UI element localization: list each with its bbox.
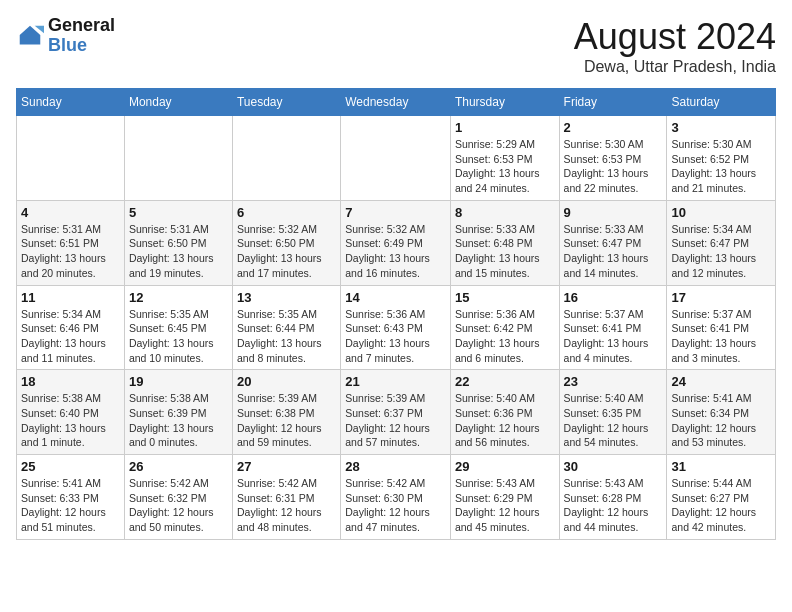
day-number: 26 xyxy=(129,459,228,474)
day-cell: 24Sunrise: 5:41 AM Sunset: 6:34 PM Dayli… xyxy=(667,370,776,455)
day-cell xyxy=(124,116,232,201)
day-info: Sunrise: 5:31 AM Sunset: 6:50 PM Dayligh… xyxy=(129,222,228,281)
day-cell: 4Sunrise: 5:31 AM Sunset: 6:51 PM Daylig… xyxy=(17,200,125,285)
logo-blue: Blue xyxy=(48,36,115,56)
day-number: 25 xyxy=(21,459,120,474)
day-number: 7 xyxy=(345,205,446,220)
day-number: 9 xyxy=(564,205,663,220)
day-cell: 9Sunrise: 5:33 AM Sunset: 6:47 PM Daylig… xyxy=(559,200,667,285)
day-cell: 3Sunrise: 5:30 AM Sunset: 6:52 PM Daylig… xyxy=(667,116,776,201)
day-info: Sunrise: 5:43 AM Sunset: 6:28 PM Dayligh… xyxy=(564,476,663,535)
day-info: Sunrise: 5:39 AM Sunset: 6:38 PM Dayligh… xyxy=(237,391,336,450)
day-cell: 11Sunrise: 5:34 AM Sunset: 6:46 PM Dayli… xyxy=(17,285,125,370)
calendar-header-row: SundayMondayTuesdayWednesdayThursdayFrid… xyxy=(17,89,776,116)
day-number: 24 xyxy=(671,374,771,389)
day-cell: 2Sunrise: 5:30 AM Sunset: 6:53 PM Daylig… xyxy=(559,116,667,201)
day-cell xyxy=(341,116,451,201)
day-info: Sunrise: 5:31 AM Sunset: 6:51 PM Dayligh… xyxy=(21,222,120,281)
day-cell: 12Sunrise: 5:35 AM Sunset: 6:45 PM Dayli… xyxy=(124,285,232,370)
header-wednesday: Wednesday xyxy=(341,89,451,116)
day-number: 8 xyxy=(455,205,555,220)
day-number: 15 xyxy=(455,290,555,305)
day-info: Sunrise: 5:41 AM Sunset: 6:34 PM Dayligh… xyxy=(671,391,771,450)
day-number: 10 xyxy=(671,205,771,220)
day-cell: 1Sunrise: 5:29 AM Sunset: 6:53 PM Daylig… xyxy=(450,116,559,201)
day-cell: 8Sunrise: 5:33 AM Sunset: 6:48 PM Daylig… xyxy=(450,200,559,285)
day-info: Sunrise: 5:36 AM Sunset: 6:42 PM Dayligh… xyxy=(455,307,555,366)
day-number: 21 xyxy=(345,374,446,389)
day-info: Sunrise: 5:35 AM Sunset: 6:45 PM Dayligh… xyxy=(129,307,228,366)
month-year-title: August 2024 xyxy=(574,16,776,58)
day-info: Sunrise: 5:37 AM Sunset: 6:41 PM Dayligh… xyxy=(671,307,771,366)
day-number: 3 xyxy=(671,120,771,135)
day-info: Sunrise: 5:30 AM Sunset: 6:53 PM Dayligh… xyxy=(564,137,663,196)
week-row-2: 4Sunrise: 5:31 AM Sunset: 6:51 PM Daylig… xyxy=(17,200,776,285)
day-number: 1 xyxy=(455,120,555,135)
day-info: Sunrise: 5:34 AM Sunset: 6:47 PM Dayligh… xyxy=(671,222,771,281)
day-number: 12 xyxy=(129,290,228,305)
day-cell: 6Sunrise: 5:32 AM Sunset: 6:50 PM Daylig… xyxy=(232,200,340,285)
day-cell: 18Sunrise: 5:38 AM Sunset: 6:40 PM Dayli… xyxy=(17,370,125,455)
day-cell: 7Sunrise: 5:32 AM Sunset: 6:49 PM Daylig… xyxy=(341,200,451,285)
day-cell: 22Sunrise: 5:40 AM Sunset: 6:36 PM Dayli… xyxy=(450,370,559,455)
day-info: Sunrise: 5:42 AM Sunset: 6:32 PM Dayligh… xyxy=(129,476,228,535)
day-cell: 29Sunrise: 5:43 AM Sunset: 6:29 PM Dayli… xyxy=(450,455,559,540)
day-info: Sunrise: 5:41 AM Sunset: 6:33 PM Dayligh… xyxy=(21,476,120,535)
day-number: 20 xyxy=(237,374,336,389)
header-saturday: Saturday xyxy=(667,89,776,116)
page-header: General Blue August 2024 Dewa, Uttar Pra… xyxy=(16,16,776,76)
svg-marker-0 xyxy=(20,26,41,45)
day-number: 13 xyxy=(237,290,336,305)
day-number: 19 xyxy=(129,374,228,389)
day-cell: 31Sunrise: 5:44 AM Sunset: 6:27 PM Dayli… xyxy=(667,455,776,540)
day-info: Sunrise: 5:44 AM Sunset: 6:27 PM Dayligh… xyxy=(671,476,771,535)
logo-icon xyxy=(16,22,44,50)
day-info: Sunrise: 5:42 AM Sunset: 6:31 PM Dayligh… xyxy=(237,476,336,535)
week-row-4: 18Sunrise: 5:38 AM Sunset: 6:40 PM Dayli… xyxy=(17,370,776,455)
week-row-1: 1Sunrise: 5:29 AM Sunset: 6:53 PM Daylig… xyxy=(17,116,776,201)
day-cell: 27Sunrise: 5:42 AM Sunset: 6:31 PM Dayli… xyxy=(232,455,340,540)
day-cell: 14Sunrise: 5:36 AM Sunset: 6:43 PM Dayli… xyxy=(341,285,451,370)
day-info: Sunrise: 5:38 AM Sunset: 6:39 PM Dayligh… xyxy=(129,391,228,450)
day-cell: 17Sunrise: 5:37 AM Sunset: 6:41 PM Dayli… xyxy=(667,285,776,370)
day-info: Sunrise: 5:40 AM Sunset: 6:36 PM Dayligh… xyxy=(455,391,555,450)
day-cell xyxy=(232,116,340,201)
header-friday: Friday xyxy=(559,89,667,116)
day-info: Sunrise: 5:40 AM Sunset: 6:35 PM Dayligh… xyxy=(564,391,663,450)
day-number: 31 xyxy=(671,459,771,474)
day-number: 6 xyxy=(237,205,336,220)
day-info: Sunrise: 5:39 AM Sunset: 6:37 PM Dayligh… xyxy=(345,391,446,450)
day-info: Sunrise: 5:43 AM Sunset: 6:29 PM Dayligh… xyxy=(455,476,555,535)
title-area: August 2024 Dewa, Uttar Pradesh, India xyxy=(574,16,776,76)
header-tuesday: Tuesday xyxy=(232,89,340,116)
day-number: 11 xyxy=(21,290,120,305)
day-cell: 21Sunrise: 5:39 AM Sunset: 6:37 PM Dayli… xyxy=(341,370,451,455)
day-info: Sunrise: 5:37 AM Sunset: 6:41 PM Dayligh… xyxy=(564,307,663,366)
day-cell: 10Sunrise: 5:34 AM Sunset: 6:47 PM Dayli… xyxy=(667,200,776,285)
day-number: 22 xyxy=(455,374,555,389)
location-label: Dewa, Uttar Pradesh, India xyxy=(574,58,776,76)
header-monday: Monday xyxy=(124,89,232,116)
day-number: 14 xyxy=(345,290,446,305)
week-row-3: 11Sunrise: 5:34 AM Sunset: 6:46 PM Dayli… xyxy=(17,285,776,370)
logo: General Blue xyxy=(16,16,115,56)
day-cell: 19Sunrise: 5:38 AM Sunset: 6:39 PM Dayli… xyxy=(124,370,232,455)
day-cell: 20Sunrise: 5:39 AM Sunset: 6:38 PM Dayli… xyxy=(232,370,340,455)
day-cell: 13Sunrise: 5:35 AM Sunset: 6:44 PM Dayli… xyxy=(232,285,340,370)
week-row-5: 25Sunrise: 5:41 AM Sunset: 6:33 PM Dayli… xyxy=(17,455,776,540)
day-info: Sunrise: 5:35 AM Sunset: 6:44 PM Dayligh… xyxy=(237,307,336,366)
day-cell: 28Sunrise: 5:42 AM Sunset: 6:30 PM Dayli… xyxy=(341,455,451,540)
day-number: 28 xyxy=(345,459,446,474)
day-cell xyxy=(17,116,125,201)
day-number: 29 xyxy=(455,459,555,474)
day-number: 18 xyxy=(21,374,120,389)
day-info: Sunrise: 5:33 AM Sunset: 6:48 PM Dayligh… xyxy=(455,222,555,281)
day-info: Sunrise: 5:34 AM Sunset: 6:46 PM Dayligh… xyxy=(21,307,120,366)
day-info: Sunrise: 5:32 AM Sunset: 6:49 PM Dayligh… xyxy=(345,222,446,281)
day-cell: 25Sunrise: 5:41 AM Sunset: 6:33 PM Dayli… xyxy=(17,455,125,540)
day-cell: 15Sunrise: 5:36 AM Sunset: 6:42 PM Dayli… xyxy=(450,285,559,370)
logo-general: General xyxy=(48,16,115,36)
day-number: 27 xyxy=(237,459,336,474)
day-info: Sunrise: 5:30 AM Sunset: 6:52 PM Dayligh… xyxy=(671,137,771,196)
day-number: 16 xyxy=(564,290,663,305)
